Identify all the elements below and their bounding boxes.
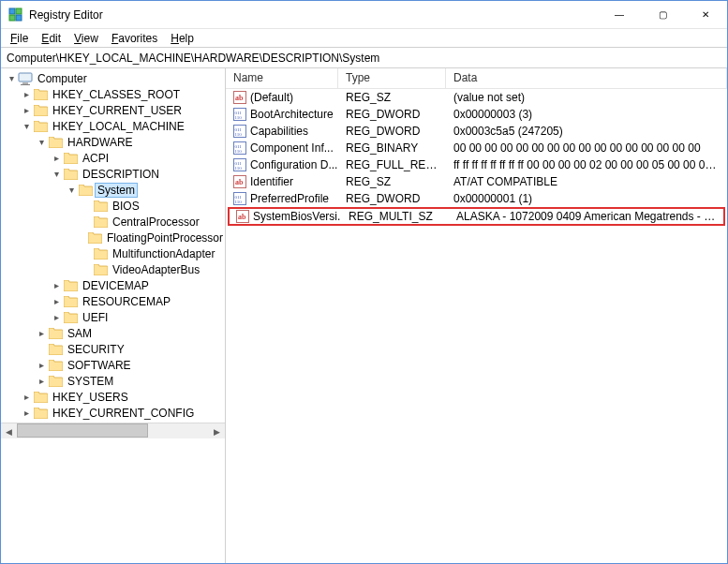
value-type: REG_SZ [338,174,446,189]
column-header-name[interactable]: Name [226,68,338,88]
menu-edit[interactable]: Edit [36,31,67,46]
tree-scrollbar-horizontal[interactable]: ◀ ▶ [1,423,225,438]
svg-text:110: 110 [235,149,243,154]
expand-icon[interactable]: ▸ [35,360,48,370]
folder-icon [33,103,48,118]
menu-help[interactable]: Help [165,31,200,46]
tree-sam[interactable]: ▸SAM [1,325,225,341]
tree-system[interactable]: ▾System [1,182,225,198]
expand-icon[interactable]: ▸ [50,296,63,306]
column-header-data[interactable]: Data [446,68,727,88]
list-row[interactable]: abSystemBiosVersi...REG_MULTI_SZALASKA -… [229,208,724,225]
expand-icon[interactable]: ▸ [50,312,63,322]
tree-videoadapter[interactable]: VideoAdapterBus [1,261,225,277]
expand-icon[interactable]: ▸ [35,376,48,386]
address-input[interactable] [1,49,727,67]
tree-label: HKEY_USERS [51,391,130,404]
tree-system2[interactable]: ▸SYSTEM [1,373,225,389]
computer-icon [18,71,33,86]
tree-hkcr[interactable]: ▸HKEY_CLASSES_ROOT [1,86,225,102]
close-button[interactable]: ✕ [684,1,727,29]
tree-resourcemap[interactable]: ▸RESOURCEMAP [1,293,225,309]
menu-view[interactable]: View [68,31,104,46]
value-name: Component Inf... [250,141,334,155]
tree-devicemap[interactable]: ▸DEVICEMAP [1,277,225,293]
list-row[interactable]: ab(Default)REG_SZ(value not set) [226,89,727,106]
expand-icon[interactable]: ▾ [35,137,48,147]
list-row[interactable]: 011110Configuration D...REG_FULL_RESOU..… [226,156,727,173]
list-row[interactable]: 011110PreferredProfileREG_DWORD0x0000000… [226,190,727,207]
tree-floatingpoint[interactable]: FloatingPointProcessor [1,230,225,245]
minimize-button[interactable]: — [598,1,641,29]
tree-label: HKEY_CURRENT_CONFIG [51,407,196,420]
tree-hklm[interactable]: ▾HKEY_LOCAL_MACHINE [1,118,225,134]
tree-hkcc[interactable]: ▸HKEY_CURRENT_CONFIG [1,405,225,421]
value-name: Configuration D... [250,158,337,171]
svg-text:ab: ab [235,178,244,186]
expand-icon[interactable]: ▸ [20,392,33,402]
tree-label: System [96,184,137,197]
expand-icon[interactable]: ▾ [20,121,33,131]
list-row[interactable]: 011110BootArchitectureREG_DWORD0x0000000… [226,106,727,123]
expand-icon[interactable]: ▾ [65,185,78,195]
folder-icon [93,246,108,261]
tree-label: BIOS [111,200,141,213]
tree-hardware[interactable]: ▾HARDWARE [1,134,225,150]
list-row[interactable]: 011110CapabilitiesREG_DWORD0x0003c5a5 (2… [226,123,727,140]
column-header-type[interactable]: Type [338,68,446,88]
folder-icon [33,406,48,421]
tree-computer[interactable]: ▾Computer [1,70,225,86]
string-value-icon: ab [233,91,246,104]
expand-icon[interactable]: ▸ [20,89,33,99]
svg-text:011: 011 [235,161,243,166]
svg-text:011: 011 [235,127,243,132]
titlebar[interactable]: Registry Editor — ▢ ✕ [1,1,727,29]
list-header: Name Type Data [226,68,727,89]
tree-software[interactable]: ▸SOFTWARE [1,357,225,373]
tree-hkcu[interactable]: ▸HKEY_CURRENT_USER [1,102,225,118]
tree-hku[interactable]: ▸HKEY_USERS [1,389,225,405]
expand-icon[interactable]: ▸ [20,105,33,115]
tree-label: HKEY_CLASSES_ROOT [51,88,182,101]
tree-security[interactable]: SECURITY [1,341,225,357]
list-body[interactable]: ab(Default)REG_SZ(value not set)011110Bo… [226,89,727,563]
tree-description[interactable]: ▾DESCRIPTION [1,166,225,182]
tree-acpi[interactable]: ▸ACPI [1,150,225,166]
expand-icon[interactable]: ▾ [50,169,63,179]
tree-centralprocessor[interactable]: CentralProcessor [1,214,225,230]
tree-label: CentralProcessor [111,215,201,229]
folder-icon [48,374,63,389]
tree-label: DEVICEMAP [81,279,151,292]
folder-icon [48,135,63,150]
tree-label: Computer [36,72,89,85]
value-name: SystemBiosVersi... [253,210,341,223]
tree-uefi[interactable]: ▸UEFI [1,309,225,325]
scroll-right-icon[interactable]: ▶ [209,423,225,439]
value-data: (value not set) [446,90,727,105]
expand-icon[interactable]: ▸ [50,280,63,290]
value-type: REG_DWORD [338,107,446,122]
binary-value-icon: 011110 [233,158,246,171]
menu-file[interactable]: File [5,31,34,46]
expand-icon[interactable]: ▸ [20,408,33,418]
svg-rect-5 [22,82,28,84]
list-row[interactable]: abIdentifierREG_SZAT/AT COMPATIBLE [226,173,727,190]
value-name: PreferredProfile [250,192,329,205]
tree-label: MultifunctionAdapter [111,247,216,260]
svg-rect-1 [16,8,22,14]
folder-icon [93,215,108,230]
expand-icon[interactable]: ▸ [50,153,63,163]
expand-icon[interactable]: ▾ [5,73,18,83]
scroll-thumb[interactable] [17,423,148,438]
scroll-left-icon[interactable]: ◀ [1,423,17,439]
menu-favorites[interactable]: Favorites [106,31,163,46]
maximize-button[interactable]: ▢ [641,1,684,29]
tree-multifunction[interactable]: MultifunctionAdapter [1,245,225,261]
tree-bios[interactable]: BIOS [1,198,225,214]
tree-pane[interactable]: ▾Computer▸HKEY_CLASSES_ROOT▸HKEY_CURRENT… [1,68,226,563]
list-row[interactable]: 011110Component Inf...REG_BINARY00 00 00… [226,140,727,156]
expand-icon[interactable]: ▸ [35,328,48,338]
value-type: REG_DWORD [338,124,446,139]
svg-text:011: 011 [235,111,243,115]
content-area: ▾Computer▸HKEY_CLASSES_ROOT▸HKEY_CURRENT… [1,68,727,563]
